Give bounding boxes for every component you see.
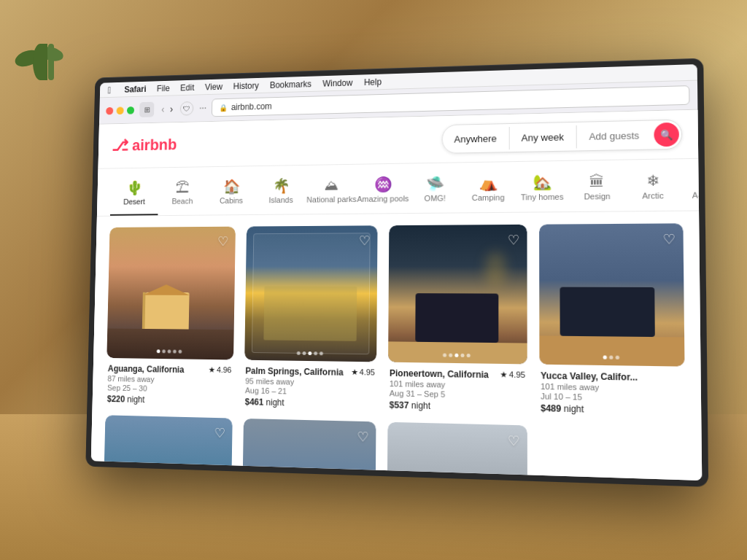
- category-cabins-label: Cabins: [220, 196, 243, 205]
- listing-card-2[interactable]: ♡ Palm Springs, California: [244, 225, 378, 409]
- category-camping-label: Camping: [472, 193, 505, 203]
- nav-arrows: ‹ ›: [159, 104, 175, 115]
- star-icon-1: ★: [209, 365, 216, 374]
- listing-dates-3: Aug 31 – Sep 5: [390, 389, 525, 400]
- edit-menu[interactable]: Edit: [180, 82, 194, 93]
- category-cabins[interactable]: 🏠 Cabins: [206, 175, 256, 215]
- listing-rating-2: ★ 4.95: [351, 367, 375, 377]
- image-dots-1: [157, 349, 182, 353]
- listing-price-3: $537 night: [390, 400, 526, 413]
- cabins-icon: 🏠: [222, 179, 240, 194]
- minimize-button[interactable]: [117, 106, 124, 114]
- arctic-icon: ❄: [646, 173, 659, 188]
- category-beach[interactable]: ⛱ Beach: [158, 176, 207, 215]
- lock-icon: 🔒: [219, 104, 227, 112]
- listing-card-7[interactable]: ♡: [387, 421, 527, 481]
- wishlist-button-4[interactable]: ♡: [662, 231, 676, 248]
- category-desert[interactable]: 🌵 Desert: [110, 176, 159, 216]
- islands-icon: 🌴: [272, 179, 290, 193]
- search-button[interactable]: 🔍: [654, 122, 679, 147]
- history-menu[interactable]: History: [233, 80, 259, 90]
- guests-pill[interactable]: Add guests: [577, 123, 652, 148]
- listing-image-6: ♡: [241, 418, 376, 481]
- listing-info-2: Palm Springs, California ★ 4.95 95 miles…: [244, 365, 376, 410]
- listing-rating-1: ★ 4.96: [209, 365, 232, 374]
- listing-price-2: $461 night: [245, 397, 375, 410]
- listing-card-4[interactable]: ♡ Yucca Valley, Califor... 101 mi: [539, 223, 686, 416]
- macbook-frame:  Safari File Edit View History Bookmark…: [85, 58, 708, 487]
- image-dots-2: [297, 351, 323, 354]
- where-pill[interactable]: Anywhere: [442, 127, 509, 151]
- category-omg-label: OMG!: [425, 194, 446, 203]
- file-menu[interactable]: File: [157, 83, 170, 93]
- category-national-parks[interactable]: ⛰ National parks: [306, 174, 357, 214]
- category-aframes-label: A-frames: [692, 190, 699, 200]
- bookmarks-menu[interactable]: Bookmarks: [270, 79, 311, 90]
- star-icon-3: ★: [500, 370, 507, 380]
- extensions-dots[interactable]: ···: [199, 102, 206, 114]
- category-design[interactable]: 🏛 Design: [569, 169, 624, 211]
- listing-price-1: $220 night: [107, 394, 231, 406]
- omg-icon: 🛸: [426, 176, 444, 191]
- wishlist-button-3[interactable]: ♡: [507, 232, 519, 248]
- traffic-lights: [106, 106, 134, 114]
- wishlist-button-7[interactable]: ♡: [507, 432, 519, 449]
- category-national-parks-label: National parks: [306, 195, 356, 204]
- listing-card-3[interactable]: ♡ Pioneertown, California: [388, 225, 527, 413]
- tiny-homes-icon: 🏡: [533, 174, 551, 190]
- back-button[interactable]: ‹: [159, 104, 166, 114]
- wishlist-button-1[interactable]: ♡: [217, 233, 228, 249]
- listing-image-2: ♡: [244, 225, 378, 362]
- airbnb-logo-text: airbnb: [132, 136, 177, 155]
- close-button[interactable]: [106, 106, 113, 114]
- category-desert-label: Desert: [123, 198, 145, 206]
- when-pill[interactable]: Any week: [509, 125, 576, 149]
- website-content: ⎇ airbnb Anywhere Any week Add guests 🔍 …: [91, 110, 703, 481]
- listing-location-1: Aguanga, California: [108, 363, 185, 374]
- safari-menu[interactable]: Safari: [124, 84, 146, 94]
- star-icon-2: ★: [351, 367, 358, 376]
- window-menu[interactable]: Window: [322, 77, 352, 88]
- listing-dates-4: Jul 10 – 15: [541, 392, 684, 403]
- listings-grid: ♡ Aguanga, California: [91, 211, 703, 481]
- amazing-pools-icon: ♒: [374, 177, 392, 192]
- category-amazing-pools-label: Amazing pools: [357, 194, 409, 203]
- listing-dates-1: Sep 25 – 30: [107, 383, 231, 394]
- image-dots-3: [443, 353, 471, 357]
- category-beach-label: Beach: [171, 197, 193, 206]
- listing-image-3: ♡: [388, 225, 527, 364]
- listing-card-6[interactable]: ♡: [241, 418, 376, 481]
- camping-icon: ⛺: [479, 176, 497, 190]
- category-tiny-homes[interactable]: 🏡 Tiny homes: [515, 170, 570, 212]
- listing-image-1: ♡: [107, 227, 235, 359]
- forward-button[interactable]: ›: [168, 104, 175, 114]
- category-aframes[interactable]: 🔺 A-frames: [681, 167, 699, 210]
- shield-icon: 🛡: [180, 101, 194, 115]
- listing-rating-3: ★ 4.95: [500, 370, 525, 380]
- apple-menu[interactable]: : [108, 85, 112, 96]
- tab-switcher[interactable]: ⊞: [139, 102, 154, 117]
- design-icon: 🏛: [589, 174, 605, 189]
- airbnb-logo[interactable]: ⎇ airbnb: [112, 136, 177, 155]
- category-design-label: Design: [584, 192, 610, 201]
- category-arctic-label: Arctic: [642, 191, 664, 201]
- category-amazing-pools[interactable]: ♒ Amazing pools: [357, 172, 409, 213]
- listing-info-3: Pioneertown, California ★ 4.95 101 miles…: [388, 368, 527, 413]
- search-bar[interactable]: Anywhere Any week Add guests 🔍: [441, 120, 682, 154]
- wishlist-button-2[interactable]: ♡: [359, 233, 371, 249]
- fullscreen-button[interactable]: [127, 106, 134, 114]
- category-omg[interactable]: 🛸 OMG!: [409, 171, 461, 213]
- wishlist-button-5[interactable]: ♡: [214, 424, 225, 440]
- category-arctic[interactable]: ❄ Arctic: [624, 168, 681, 211]
- category-camping[interactable]: ⛺ Camping: [461, 171, 514, 212]
- category-islands-label: Islands: [268, 195, 293, 204]
- view-menu[interactable]: View: [205, 82, 222, 92]
- listing-card-1[interactable]: ♡ Aguanga, California: [106, 227, 236, 407]
- url-text: airbnb.com: [231, 101, 272, 112]
- listing-price-4: $489 night: [541, 402, 684, 416]
- category-islands[interactable]: 🌴 Islands: [256, 174, 306, 214]
- listing-image-7: ♡: [387, 421, 527, 481]
- help-menu[interactable]: Help: [364, 77, 382, 87]
- wishlist-button-6[interactable]: ♡: [357, 428, 368, 445]
- listing-location-4: Yucca Valley, Califor...: [541, 370, 638, 382]
